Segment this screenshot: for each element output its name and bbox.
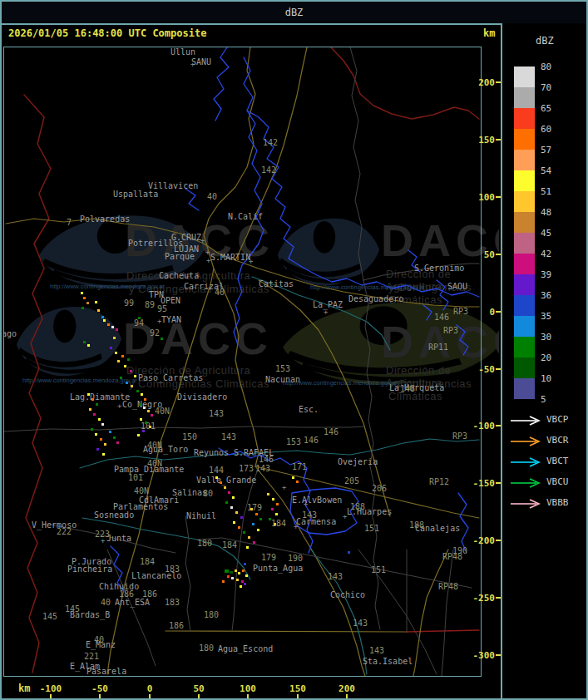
map-road-number-label: 40 bbox=[101, 599, 111, 607]
radar-echo-cell bbox=[161, 338, 163, 340]
radar-echo-cell bbox=[107, 323, 110, 326]
radar-echo-cell bbox=[276, 503, 279, 505]
title-separator bbox=[2, 23, 501, 25]
map-line bbox=[214, 47, 229, 121]
vbbb-arrow-icon bbox=[509, 497, 544, 509]
colorbar-tick-label: 39 bbox=[541, 270, 551, 279]
radar-echo-cell bbox=[230, 506, 233, 509]
radar-echo-cell bbox=[296, 481, 299, 483]
timestamp-label: 2026/01/05 16:48:00 UTC Composite bbox=[8, 27, 206, 39]
map-site-cross-marker: + bbox=[200, 237, 205, 244]
radar-echo-cell bbox=[240, 585, 242, 588]
x-axis-tick bbox=[297, 694, 299, 700]
x-axis-tick-label: -100 bbox=[40, 683, 62, 694]
colorbar-box bbox=[514, 254, 535, 274]
map-road-number-label: 143 bbox=[255, 465, 270, 473]
map-site-cross-marker: + bbox=[157, 318, 161, 325]
radar-echo-cell bbox=[83, 341, 86, 343]
map-road-number-label: 180 bbox=[199, 644, 214, 653]
radar-echo-cell bbox=[151, 414, 153, 417]
colorbar-box bbox=[514, 150, 535, 170]
radar-echo-cell bbox=[86, 302, 89, 304]
radar-map-canvas: UllunSANUVillavicenUspallataPolvaredasN.… bbox=[3, 47, 482, 677]
map-place-label: Agua_Escond bbox=[218, 645, 273, 653]
map-site-cross-marker: + bbox=[324, 308, 328, 316]
map-site-cross-marker: + bbox=[249, 258, 253, 265]
map-line bbox=[234, 57, 264, 345]
map-road-number-label: 144 bbox=[209, 466, 224, 475]
map-line bbox=[442, 550, 453, 676]
map-road-number-label: 143 bbox=[209, 410, 224, 418]
x-axis-tick-label: -50 bbox=[91, 683, 108, 694]
y-axis-tick bbox=[496, 196, 501, 198]
map-site-cross-marker: + bbox=[190, 61, 195, 68]
map-place-label: La_Horqueta bbox=[389, 384, 444, 392]
radar-echo-cell bbox=[141, 393, 143, 396]
x-axis-tick bbox=[247, 694, 249, 700]
radar-echo-cell bbox=[116, 441, 119, 444]
vbcr-arrow-icon bbox=[509, 435, 544, 446]
map-road-number-label: 95 bbox=[157, 305, 167, 313]
colorbar-tick-label: 60 bbox=[541, 125, 551, 134]
colorbar-box bbox=[514, 87, 535, 108]
map-road-number-label: 142 bbox=[263, 139, 278, 147]
x-axis-tick-label: 200 bbox=[338, 683, 355, 694]
map-place-label: S.Geronimo bbox=[414, 264, 464, 273]
radar-echo-cell bbox=[220, 481, 222, 484]
colorbar-tick-label: 10 bbox=[541, 374, 551, 383]
map-place-label: Pasarela bbox=[86, 668, 126, 676]
radar-echo-cell bbox=[230, 571, 233, 574]
radar-echo-cell bbox=[348, 551, 350, 554]
map-road-number-label: 143 bbox=[221, 433, 236, 441]
map-site-cross-marker: + bbox=[282, 484, 286, 491]
radar-echo-cell bbox=[238, 572, 240, 574]
map-road-number-label: RP12 bbox=[429, 478, 449, 486]
colorbar-tick-label: 42 bbox=[541, 249, 551, 259]
radar-echo-cell bbox=[274, 523, 276, 525]
y-axis-tick-label: -50 bbox=[465, 364, 495, 375]
vector-legend-label: VBCT bbox=[546, 456, 569, 466]
y-axis-tick bbox=[496, 254, 501, 255]
map-place-label: Ullun bbox=[170, 48, 195, 57]
x-axis-tick bbox=[50, 694, 52, 700]
map-road-number-label: 145 bbox=[42, 613, 57, 621]
radar-echo-cell bbox=[245, 574, 248, 577]
radar-echo-cell bbox=[140, 418, 142, 421]
vector-legend-label: VBCP bbox=[546, 415, 569, 424]
legend-title: dBZ bbox=[536, 35, 554, 47]
map-road-number-label: 143 bbox=[328, 573, 343, 581]
colorbar-tick-label: 30 bbox=[541, 333, 551, 342]
radar-echo-cell bbox=[255, 513, 258, 515]
y-axis-tick-label: -100 bbox=[465, 421, 495, 431]
radar-echo-cell bbox=[244, 583, 246, 585]
map-road-number-label: 190 bbox=[288, 555, 303, 563]
map-place-label: Ovejeria bbox=[338, 458, 378, 466]
radar-echo-cell bbox=[82, 307, 84, 309]
colorbar-tick-label: 5 bbox=[541, 395, 546, 404]
radar-echo-cell bbox=[232, 496, 235, 499]
map-road-number-label: 7 bbox=[67, 219, 72, 227]
y-axis-tick bbox=[496, 425, 501, 426]
radar-echo-cell bbox=[235, 569, 237, 572]
x-axis-tick-label: 50 bbox=[193, 683, 204, 694]
radar-echo-cell bbox=[238, 526, 240, 529]
map-road-number-label: 153 bbox=[275, 365, 290, 373]
x-axis-tick bbox=[99, 694, 101, 700]
x-axis-tick bbox=[346, 694, 348, 700]
map-place-label: Divisadero bbox=[177, 393, 227, 402]
radar-echo-cell bbox=[126, 382, 128, 384]
radar-echo-cell bbox=[109, 431, 111, 433]
radar-app-window: dBZ 2026/01/05 16:48:00 UTC Composite km… bbox=[0, 0, 588, 700]
y-axis-tick bbox=[496, 311, 501, 313]
radar-echo-cell bbox=[147, 410, 150, 412]
map-place-label: S.MARTIN bbox=[210, 254, 250, 262]
map-road-number-label: 80 bbox=[203, 490, 213, 498]
radar-echo-cell bbox=[244, 563, 246, 565]
map-road-number-label: 143 bbox=[369, 647, 384, 655]
colorbar-box bbox=[514, 170, 535, 191]
radar-echo-cell bbox=[222, 580, 225, 583]
map-road-number-label: 171 bbox=[292, 463, 307, 471]
radar-echo-cell bbox=[225, 501, 228, 504]
colorbar-tick-label: 48 bbox=[541, 208, 551, 217]
radar-echo-cell bbox=[87, 344, 90, 347]
